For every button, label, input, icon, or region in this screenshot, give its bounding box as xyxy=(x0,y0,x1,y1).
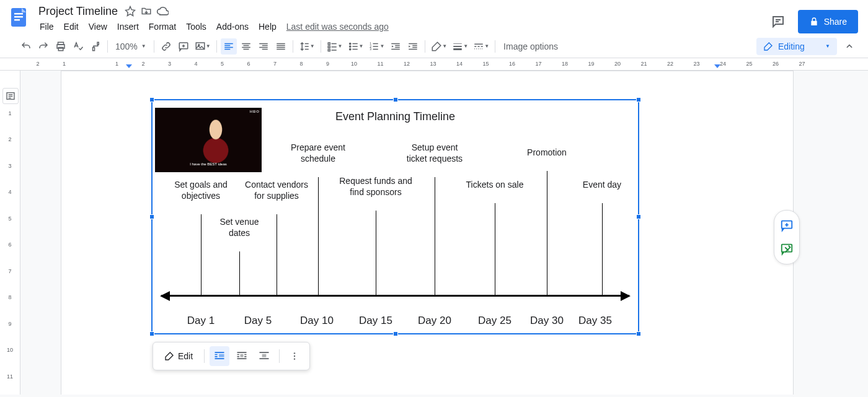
align-left-button[interactable] xyxy=(221,38,237,55)
chevron-down-icon: ▼ xyxy=(310,43,315,49)
embedded-photo-caption: I have the BEST ideas xyxy=(155,162,262,166)
open-comments-icon[interactable] xyxy=(769,13,787,30)
ruler-v-tick: 9 xyxy=(8,321,11,327)
ruler-h-tick: 1 xyxy=(115,61,118,67)
vertical-ruler[interactable]: 123456789101112 xyxy=(0,71,20,395)
image-more-button[interactable] xyxy=(285,346,304,366)
numbered-list-button[interactable]: 123▼ xyxy=(366,38,386,55)
timeline-tick xyxy=(435,177,435,295)
left-indent-marker[interactable] xyxy=(126,64,132,68)
timeline-axis-label: Day 35 xyxy=(578,315,612,327)
docs-logo[interactable] xyxy=(6,5,31,30)
cloud-status-icon[interactable] xyxy=(156,5,169,17)
horizontal-ruler[interactable]: 2112345678910111213141516171819202122232… xyxy=(0,58,868,71)
ruler-h-tick: 2 xyxy=(141,61,144,67)
side-action-rail xyxy=(774,210,800,264)
ruler-h-tick: 8 xyxy=(299,61,303,67)
svg-text:3: 3 xyxy=(370,47,372,51)
ruler-h-tick: 21 xyxy=(640,61,647,67)
image-inline-toolbar: Edit xyxy=(153,342,310,370)
menu-help[interactable]: Help xyxy=(254,20,281,33)
redo-button[interactable] xyxy=(35,38,51,55)
star-icon[interactable] xyxy=(124,5,136,17)
share-button[interactable]: Share xyxy=(798,10,858,33)
bulleted-list-button[interactable]: ▼ xyxy=(346,38,366,55)
menu-view[interactable]: View xyxy=(84,20,112,33)
add-comment-button[interactable] xyxy=(175,38,192,55)
edit-image-button[interactable]: Edit xyxy=(158,347,199,365)
move-icon[interactable] xyxy=(140,5,153,17)
ruler-v-tick: 8 xyxy=(8,294,11,300)
insert-image-button[interactable]: ▼ xyxy=(193,38,213,55)
timeline-event-label: Setup event ticket requests xyxy=(391,142,478,164)
add-comment-side-button[interactable] xyxy=(777,216,797,235)
menu-format[interactable]: Format xyxy=(144,20,181,33)
align-justify-button[interactable] xyxy=(273,38,289,55)
menu-insert[interactable]: Insert xyxy=(112,20,144,33)
border-weight-button[interactable]: ▼ xyxy=(450,38,470,55)
timeline-event-label: Set venue dates xyxy=(196,217,283,238)
wrap-text-button[interactable] xyxy=(232,346,252,366)
ruler-v-tick: 1 xyxy=(8,110,11,116)
timeline-axis-label: Day 30 xyxy=(530,315,564,327)
last-edit-link[interactable]: Last edit was seconds ago xyxy=(286,22,389,32)
chevron-down-icon: ▼ xyxy=(379,43,384,49)
ruler-h-tick: 11 xyxy=(377,61,383,67)
timeline-tick xyxy=(376,211,376,295)
wrap-break-button[interactable] xyxy=(254,346,274,366)
timeline-axis-label: Day 1 xyxy=(187,315,215,327)
svg-rect-23 xyxy=(262,354,267,357)
timeline-event-label: Contact vendors for supplies xyxy=(233,180,320,201)
print-button[interactable] xyxy=(53,38,69,55)
paint-format-button[interactable] xyxy=(87,38,104,55)
chevron-down-icon: ▼ xyxy=(484,43,489,49)
svg-rect-11 xyxy=(328,43,330,45)
ruler-v-tick: 5 xyxy=(8,216,11,222)
timeline-event-label: Promotion xyxy=(503,147,590,159)
menu-tools[interactable]: Tools xyxy=(181,20,211,33)
embedded-photo: HBO I have the BEST ideas xyxy=(155,108,262,172)
undo-button[interactable] xyxy=(18,38,34,55)
ruler-v-tick: 4 xyxy=(8,189,11,195)
timeline-event-label: Event day xyxy=(559,180,645,191)
page: Event Planning Timeline HBO I have the B… xyxy=(61,71,794,395)
ruler-h-tick: 2 xyxy=(36,61,39,67)
ruler-v-tick: 6 xyxy=(8,242,11,248)
collapse-toolbar-button[interactable] xyxy=(843,42,856,51)
indent-decrease-button[interactable] xyxy=(388,38,404,55)
svg-rect-3 xyxy=(14,19,20,20)
menu-add-ons[interactable]: Add-ons xyxy=(211,20,254,33)
svg-point-14 xyxy=(349,43,350,44)
timeline-tick xyxy=(239,251,240,295)
zoom-select[interactable]: 100%▼ xyxy=(112,38,150,55)
document-canvas[interactable]: Event Planning Timeline HBO I have the B… xyxy=(20,71,868,395)
ruler-h-tick: 17 xyxy=(535,61,541,67)
spellcheck-button[interactable] xyxy=(70,38,86,55)
ruler-v-tick: 11 xyxy=(7,373,13,380)
timeline-diagram: Event Planning Timeline HBO I have the B… xyxy=(153,100,638,333)
menu-file[interactable]: File xyxy=(35,20,59,33)
timeline-tick xyxy=(547,171,547,295)
border-color-button[interactable]: ▼ xyxy=(429,38,449,55)
image-options-button[interactable]: Image options xyxy=(498,41,563,51)
editing-mode-select[interactable]: Editing ▼ xyxy=(756,38,837,55)
svg-point-26 xyxy=(294,358,295,359)
document-outline-button[interactable] xyxy=(2,88,19,104)
selected-image-frame[interactable]: Event Planning Timeline HBO I have the B… xyxy=(151,99,639,334)
ruler-h-tick: 23 xyxy=(693,61,699,67)
insert-link-button[interactable] xyxy=(158,38,174,55)
checklist-button[interactable]: ▼ xyxy=(325,38,345,55)
line-spacing-button[interactable]: ▼ xyxy=(297,38,317,55)
align-center-button[interactable] xyxy=(238,38,254,55)
suggest-edits-side-button[interactable] xyxy=(777,239,797,259)
svg-rect-21 xyxy=(219,354,224,357)
indent-increase-button[interactable] xyxy=(405,38,421,55)
wrap-inline-button[interactable] xyxy=(210,346,229,366)
svg-rect-13 xyxy=(328,49,330,51)
border-dash-button[interactable]: ▼ xyxy=(471,38,491,55)
align-right-button[interactable] xyxy=(255,38,272,55)
ruler-h-tick: 5 xyxy=(221,61,224,67)
document-title[interactable]: Project Timeline xyxy=(36,4,120,19)
svg-rect-7 xyxy=(93,47,95,50)
menu-edit[interactable]: Edit xyxy=(59,20,84,33)
